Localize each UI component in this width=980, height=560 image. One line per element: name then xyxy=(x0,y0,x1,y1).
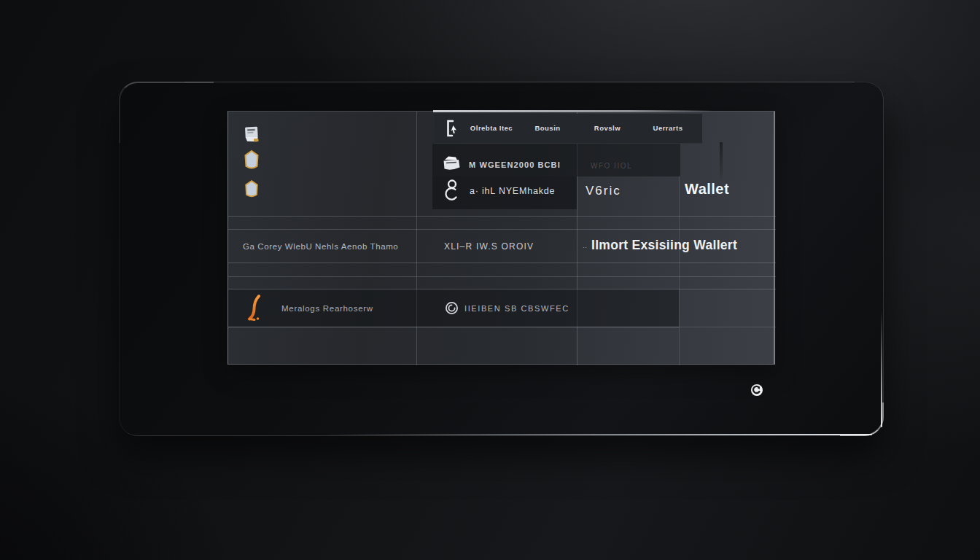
compass-icon[interactable] xyxy=(750,384,763,397)
device-edge-highlight xyxy=(184,82,855,82)
grid-line xyxy=(228,229,776,230)
grid-line xyxy=(228,216,776,217)
tab-item-4[interactable]: Uerrarts xyxy=(653,124,683,132)
import-row-middle-label: XLI–R IW.S OROIV xyxy=(444,241,534,252)
scroll-icon[interactable] xyxy=(243,124,261,145)
column-divider xyxy=(679,176,680,365)
fox-icon[interactable] xyxy=(246,294,264,323)
grid-line xyxy=(228,262,776,263)
scene: Olrebta Itec Bousin Rovslw Uerrarts xyxy=(0,0,980,560)
wallet-folder-icon xyxy=(442,154,462,171)
shield-icon[interactable] xyxy=(243,149,260,171)
wallet-table-panel: Olrebta Itec Bousin Rovslw Uerrarts xyxy=(228,111,775,365)
tab-item-3[interactable]: Rovslw xyxy=(594,124,621,132)
person-icon xyxy=(444,179,461,202)
shield-icon[interactable] xyxy=(244,179,260,199)
wallet-title: Wallet xyxy=(685,181,729,198)
device-edge-highlight xyxy=(323,434,872,435)
device-edge-highlight xyxy=(840,402,884,436)
account-row-faint-label: WFO IIOL xyxy=(591,162,632,170)
tab-item-1[interactable]: Olrebta Itec xyxy=(470,124,513,132)
wallet-row-label[interactable]: a· ihL NYEMhakde xyxy=(470,186,555,196)
device-edge-highlight xyxy=(119,82,214,143)
browser-row-label[interactable]: Meralogs Rearhoserw xyxy=(281,304,373,313)
tab-bar: Olrebta Itec Bousin Rovslw Uerrarts xyxy=(435,114,702,144)
import-row-bullet: ·· xyxy=(583,244,587,251)
tabbar-top-highlight xyxy=(433,110,713,112)
import-existing-wallet-button[interactable]: Ilmort Exsisiing Wallert xyxy=(591,238,737,253)
tab-item-2[interactable]: Bousin xyxy=(534,124,560,132)
spiral-icon xyxy=(445,301,459,315)
column-divider xyxy=(416,112,417,365)
scrollbar-thumb[interactable] xyxy=(720,142,723,180)
account-row-label[interactable]: M WGEEN2000 BCBI xyxy=(469,160,561,169)
wallet-row-value: V6ric xyxy=(586,184,621,198)
import-row-left-label: Ga Corey WlebU Nehls Aenob Thamo xyxy=(243,242,398,251)
grid-line xyxy=(228,327,776,327)
grid-line xyxy=(228,276,776,277)
browser-row-middle-label: IIEIBEN SB CBSWFEC xyxy=(464,304,569,313)
panel-cursor-icon xyxy=(445,119,458,139)
